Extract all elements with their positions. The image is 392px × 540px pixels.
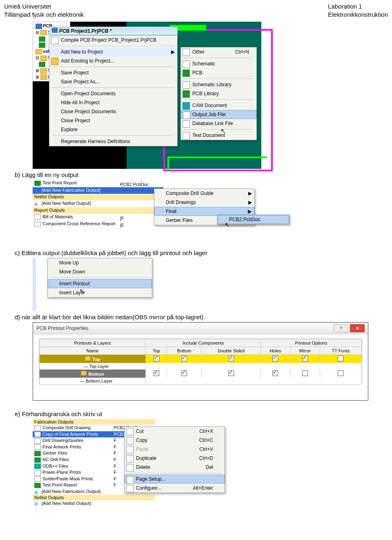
menu-duplicate[interactable]: DuplicateCtrl+D (125, 454, 225, 463)
checkbox[interactable] (228, 370, 234, 376)
submenu-pcblib[interactable]: PCB Library (181, 89, 256, 98)
menu-move-down[interactable]: Move Down (48, 267, 152, 276)
menu-save[interactable]: Save Project (49, 68, 177, 77)
col-bottom: Bottom (167, 347, 202, 355)
fig-b: Test Point ReportPCB2.PcbDoc⊞[Add New Fa… (33, 180, 294, 237)
submenu-cam[interactable]: CAM Document (181, 101, 256, 110)
checkbox[interactable] (228, 356, 234, 361)
menu-move-up[interactable]: Move Up (48, 258, 152, 267)
menu-delete[interactable]: DeleteDel (125, 463, 225, 472)
dialog-title: PCB Printout Properties (36, 325, 88, 331)
menu-add-new[interactable]: Add New to Project▶ (49, 47, 177, 56)
menu-close-docs[interactable]: Close Project Documents (49, 107, 177, 116)
list-row[interactable]: Report Outputs (33, 207, 163, 214)
col-top: Top (146, 347, 167, 355)
row-name: — Top Layer (40, 363, 146, 370)
checkbox[interactable] (338, 370, 343, 376)
submenu-other[interactable]: OtherCtrl+N (181, 47, 256, 56)
univ: Umeå Universitet (4, 2, 84, 11)
menu-insert-printout[interactable]: Insert Printout (48, 279, 152, 288)
project-context-menu: PCB Project1.PrjPCB * Compile PCB Projec… (49, 27, 178, 146)
menu-hide-all[interactable]: Hide All In Project (49, 98, 177, 107)
menu-add-existing[interactable]: Add Existing to Project... (49, 56, 177, 65)
checkbox[interactable] (181, 370, 187, 376)
menu-insert-layer[interactable]: Insert Layer (48, 288, 152, 297)
menu-compile[interactable]: Compile PCB Project PCB_Project1.PrjPCB (49, 36, 177, 45)
submenu-schematic[interactable]: Schematic (181, 59, 256, 68)
menu-drill-guide[interactable]: Composite Drill Guide▶ (154, 189, 254, 198)
checkbox[interactable] (154, 370, 159, 376)
col-name: Name (40, 347, 146, 355)
menu-explore[interactable]: Explore (49, 125, 177, 134)
step-c: c) Editera output (dubbelklicka på jobbe… (15, 249, 389, 256)
menu-configure-[interactable]: Configure...Alt+Enter (125, 484, 225, 493)
cat-fabrication: Fabrication Outputs (33, 419, 155, 425)
printout-table[interactable]: Printouts & Layers Include Components Pr… (39, 339, 362, 384)
edit-context-menu: CutCtrl+XCopyCtrl+CPasteCtrl+VDuplicateC… (124, 426, 225, 493)
menu-save-as[interactable]: Save Project As... (49, 77, 177, 86)
section-include: Include Components (146, 339, 261, 347)
menu-drill-drawings[interactable]: Drill Drawings▶ (154, 198, 254, 207)
checkbox[interactable] (181, 356, 187, 361)
fig-a: PCB... ⊟ Sc usbe ⊟ Sc ⊞ Se ⊞ Ge PCB Proj… (33, 22, 265, 169)
cursor-icon: ↖ (80, 287, 85, 295)
step-b: b) Lägg till en ny output (15, 171, 389, 178)
list-row[interactable]: Test Point ReportPCB2.PcbDoc (33, 180, 163, 187)
section-options: Printout Options (261, 339, 362, 347)
fig-e: Fabrication Outputs Composite Drill Draw… (33, 419, 253, 529)
menu-cut[interactable]: CutCtrl+X (125, 427, 225, 436)
list-row[interactable]: Netlist Outputs (33, 495, 155, 500)
list-row[interactable]: Bill of Materials[F (33, 214, 163, 221)
list-row[interactable]: Component Cross Reference Report[F (33, 221, 163, 228)
help-button[interactable]: ? (334, 324, 348, 332)
checkbox[interactable] (272, 356, 278, 361)
lab-title: Laboration 1 (328, 2, 388, 11)
fig-c: Move Up Move Down Insert Printout Insert… (33, 258, 167, 311)
close-button[interactable]: ✕ (350, 324, 365, 332)
step-d: d) när allt är klart bör det likna bilde… (15, 314, 389, 320)
menu-head-prefix: PCB (59, 28, 71, 34)
menu-head: Project1.PrjPCB * (71, 28, 112, 34)
checkbox[interactable] (338, 356, 343, 361)
output-list[interactable]: Test Point ReportPCB2.PcbDoc⊞[Add New Fa… (33, 180, 163, 228)
fig-d: PCB Printout Properties ? ✕ Printouts & … (33, 322, 368, 401)
step-e: e) Förhandsgranska och skriv ut (15, 410, 389, 417)
col-mirror: Mirror (290, 347, 320, 355)
checkbox[interactable] (302, 356, 308, 361)
submenu-dblink[interactable]: Database Link File (181, 119, 256, 128)
row-name: Top (40, 355, 146, 363)
submenu-schlib[interactable]: Schematic Library (181, 80, 256, 89)
cursor-icon: ↖ (220, 127, 226, 135)
menu-copy[interactable]: CopyCtrl+C (125, 436, 225, 445)
col-double: Double Sided (201, 347, 261, 355)
list-row[interactable]: Netlist Outputs (33, 194, 163, 200)
printout-context-menu: Move Up Move Down Insert Printout Insert… (47, 258, 152, 298)
submenu-outjob[interactable]: Output Job File (181, 110, 256, 119)
menu-open-docs[interactable]: Open Project Documents (49, 89, 177, 98)
section-printouts: Printouts & Layers (40, 339, 146, 347)
checkbox[interactable] (272, 370, 278, 376)
checkbox[interactable] (302, 370, 308, 376)
menu-regen[interactable]: Regenerate Harness Definitions (49, 137, 177, 146)
subtitle: Elektronikkonstruktion (328, 11, 388, 19)
col-tt: TT Fonts (320, 347, 361, 355)
menu-page-setup-[interactable]: Page Setup... (125, 475, 225, 484)
list-row[interactable]: ⊞[Add New Netlist Output] (33, 500, 155, 506)
dept: Tillämpad fysik och elektronik (4, 11, 84, 19)
menu-paste[interactable]: PasteCtrl+V (125, 445, 225, 454)
submenu-pcb[interactable]: PCB (181, 68, 256, 77)
cursor-icon: ↖ (225, 221, 230, 229)
checkbox[interactable] (154, 356, 159, 361)
col-holes: Holes (261, 347, 290, 355)
menu-close-proj[interactable]: Close Project (49, 116, 177, 125)
row-name: — Bottom Layer (40, 378, 146, 384)
submenu-text[interactable]: Text Document (181, 131, 256, 140)
add-new-submenu: OtherCtrl+N Schematic PCB Schematic Libr… (180, 47, 257, 140)
row-name: Bottom (40, 370, 146, 378)
list-row[interactable]: ⊞[Add New Netlist Output] (33, 200, 163, 207)
list-row[interactable]: ⊞[Add New Fabrication Output] (33, 187, 163, 194)
